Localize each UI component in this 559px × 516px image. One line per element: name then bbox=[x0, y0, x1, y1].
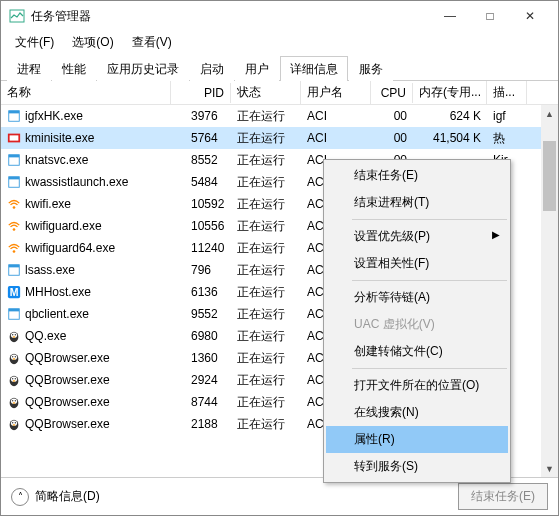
process-icon bbox=[7, 417, 21, 431]
status-cell: 正在运行 bbox=[231, 414, 301, 435]
tab-apphistory[interactable]: 应用历史记录 bbox=[97, 56, 189, 81]
process-name: QQBrowser.exe bbox=[25, 373, 110, 387]
ctx-end-tree[interactable]: 结束进程树(T) bbox=[326, 189, 508, 216]
ctx-open-location[interactable]: 打开文件所在的位置(O) bbox=[326, 372, 508, 399]
pid-cell: 5764 bbox=[171, 129, 231, 147]
col-cpu[interactable]: CPU bbox=[371, 83, 413, 103]
svg-point-25 bbox=[12, 356, 13, 357]
svg-rect-4 bbox=[10, 135, 19, 140]
tab-performance[interactable]: 性能 bbox=[52, 56, 96, 81]
col-mem[interactable]: 内存(专用... bbox=[413, 81, 487, 104]
column-headers: 名称 PID 状态 用户名 CPU 内存(专用... 描... bbox=[1, 81, 558, 105]
menu-file[interactable]: 文件(F) bbox=[7, 32, 62, 53]
status-cell: 正在运行 bbox=[231, 260, 301, 281]
menu-view[interactable]: 查看(V) bbox=[124, 32, 180, 53]
chevron-up-icon: ˄ bbox=[11, 488, 29, 506]
status-cell: 正在运行 bbox=[231, 392, 301, 413]
pid-cell: 796 bbox=[171, 261, 231, 279]
process-name: kwifiguard.exe bbox=[25, 219, 102, 233]
separator bbox=[352, 368, 507, 369]
svg-point-42 bbox=[13, 424, 16, 425]
chevron-right-icon: ▶ bbox=[492, 229, 500, 240]
status-cell: 正在运行 bbox=[231, 106, 301, 127]
process-name-cell: QQ.exe bbox=[1, 327, 171, 345]
separator bbox=[352, 280, 507, 281]
process-name: QQBrowser.exe bbox=[25, 395, 110, 409]
svg-rect-6 bbox=[9, 155, 20, 158]
tab-details[interactable]: 详细信息 bbox=[280, 56, 348, 81]
tabbar: 进程 性能 应用历史记录 启动 用户 详细信息 服务 bbox=[1, 53, 558, 81]
pid-cell: 6980 bbox=[171, 327, 231, 345]
process-icon: M bbox=[7, 285, 21, 299]
status-cell: 正在运行 bbox=[231, 348, 301, 369]
svg-rect-8 bbox=[9, 177, 20, 180]
process-name: MHHost.exe bbox=[25, 285, 91, 299]
pid-cell: 6136 bbox=[171, 283, 231, 301]
pid-cell: 3976 bbox=[171, 107, 231, 125]
desc-cell: 热 bbox=[487, 128, 527, 149]
pid-cell: 10592 bbox=[171, 195, 231, 213]
ctx-priority[interactable]: 设置优先级(P)▶ bbox=[326, 223, 508, 250]
fewer-details-label: 简略信息(D) bbox=[35, 488, 100, 505]
process-name-cell: kwifiguard64.exe bbox=[1, 239, 171, 257]
scroll-down-icon[interactable]: ▼ bbox=[541, 460, 558, 477]
pid-cell: 2188 bbox=[171, 415, 231, 433]
fewer-details-button[interactable]: ˄ 简略信息(D) bbox=[11, 488, 100, 506]
process-name-cell: QQBrowser.exe bbox=[1, 371, 171, 389]
ctx-properties[interactable]: 属性(R) bbox=[326, 426, 508, 453]
col-pid[interactable]: PID bbox=[171, 83, 231, 103]
vertical-scrollbar[interactable]: ▲ ▼ bbox=[541, 105, 558, 477]
col-user[interactable]: 用户名 bbox=[301, 81, 371, 104]
close-button[interactable]: ✕ bbox=[510, 2, 550, 30]
status-cell: 正在运行 bbox=[231, 172, 301, 193]
end-task-button[interactable]: 结束任务(E) bbox=[458, 483, 548, 510]
ctx-search[interactable]: 在线搜索(N) bbox=[326, 399, 508, 426]
process-name: lsass.exe bbox=[25, 263, 75, 277]
menu-options[interactable]: 选项(O) bbox=[64, 32, 121, 53]
pid-cell: 9552 bbox=[171, 305, 231, 323]
pid-cell: 1360 bbox=[171, 349, 231, 367]
titlebar: 任务管理器 — □ ✕ bbox=[1, 1, 558, 31]
process-icon bbox=[7, 263, 21, 277]
process-name-cell: lsass.exe bbox=[1, 261, 171, 279]
window-title: 任务管理器 bbox=[31, 8, 430, 25]
process-icon bbox=[7, 153, 21, 167]
mem-cell: 624 K bbox=[413, 107, 487, 125]
cpu-cell: 00 bbox=[371, 107, 413, 125]
process-name: knatsvc.exe bbox=[25, 153, 88, 167]
scroll-thumb[interactable] bbox=[543, 141, 556, 211]
svg-point-36 bbox=[15, 400, 16, 401]
table-row[interactable]: igfxHK.exe3976正在运行ACI00624 Kigf bbox=[1, 105, 558, 127]
status-cell: 正在运行 bbox=[231, 238, 301, 259]
process-name-cell: MMHHost.exe bbox=[1, 283, 171, 301]
tab-users[interactable]: 用户 bbox=[235, 56, 279, 81]
tab-startup[interactable]: 启动 bbox=[190, 56, 234, 81]
pid-cell: 8552 bbox=[171, 151, 231, 169]
col-status[interactable]: 状态 bbox=[231, 81, 301, 104]
table-row[interactable]: kminisite.exe5764正在运行ACI0041,504 K热 bbox=[1, 127, 558, 149]
pid-cell: 5484 bbox=[171, 173, 231, 191]
scroll-up-icon[interactable]: ▲ bbox=[541, 105, 558, 122]
pid-cell: 2924 bbox=[171, 371, 231, 389]
tab-services[interactable]: 服务 bbox=[349, 56, 393, 81]
process-icon bbox=[7, 109, 21, 123]
status-cell: 正在运行 bbox=[231, 370, 301, 391]
ctx-analyze[interactable]: 分析等待链(A) bbox=[326, 284, 508, 311]
process-name: kwifiguard64.exe bbox=[25, 241, 115, 255]
process-icon bbox=[7, 373, 21, 387]
col-name[interactable]: 名称 bbox=[1, 81, 171, 104]
ctx-affinity[interactable]: 设置相关性(F) bbox=[326, 250, 508, 277]
minimize-button[interactable]: — bbox=[430, 2, 470, 30]
svg-point-11 bbox=[13, 250, 16, 253]
process-icon bbox=[7, 307, 21, 321]
process-name: qbclient.exe bbox=[25, 307, 89, 321]
tab-processes[interactable]: 进程 bbox=[7, 56, 51, 81]
ctx-dump[interactable]: 创建转储文件(C) bbox=[326, 338, 508, 365]
col-desc[interactable]: 描... bbox=[487, 81, 527, 104]
process-icon bbox=[7, 219, 21, 233]
maximize-button[interactable]: □ bbox=[470, 2, 510, 30]
ctx-end-task[interactable]: 结束任务(E) bbox=[326, 162, 508, 189]
ctx-goto-services[interactable]: 转到服务(S) bbox=[326, 453, 508, 480]
status-cell: 正在运行 bbox=[231, 128, 301, 149]
process-name-cell: knatsvc.exe bbox=[1, 151, 171, 169]
